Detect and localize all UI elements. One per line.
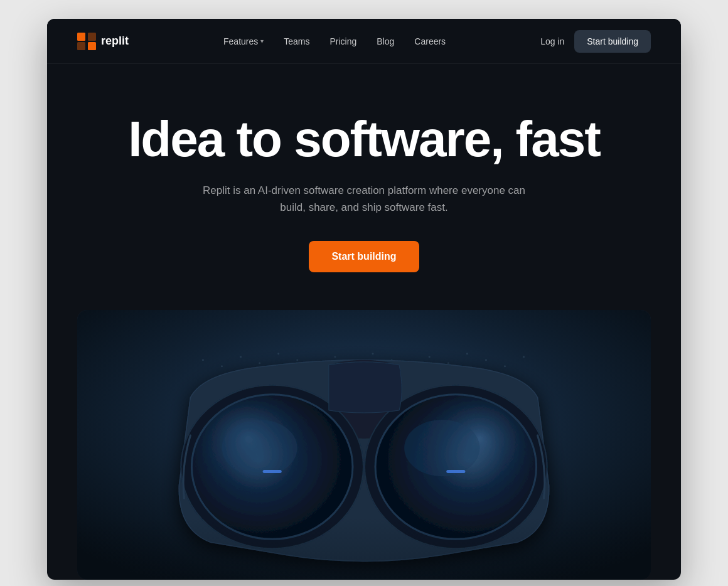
svg-point-20 xyxy=(485,360,487,361)
svg-point-6 xyxy=(221,366,223,368)
svg-rect-3 xyxy=(88,42,96,50)
nav-item-pricing[interactable]: Pricing xyxy=(330,36,357,46)
nav-item-teams[interactable]: Teams xyxy=(284,36,309,46)
svg-point-8 xyxy=(259,363,260,365)
svg-point-7 xyxy=(240,356,242,358)
navbar: replit Features ▾ Teams Pricing Blog Car… xyxy=(47,19,681,64)
svg-point-5 xyxy=(202,360,204,361)
svg-point-17 xyxy=(429,356,431,358)
hero-image xyxy=(77,310,651,580)
svg-point-9 xyxy=(277,353,279,355)
svg-point-19 xyxy=(466,353,468,355)
svg-point-10 xyxy=(296,360,298,361)
hero-subtitle: Replit is an AI-driven software creation… xyxy=(201,182,527,216)
svg-point-32 xyxy=(404,420,479,476)
svg-rect-0 xyxy=(77,33,85,41)
nav-item-blog[interactable]: Blog xyxy=(377,36,394,46)
nav-links: Features ▾ Teams Pricing Blog Careers xyxy=(223,36,446,46)
svg-point-14 xyxy=(372,353,374,355)
replit-logo-icon xyxy=(77,33,96,50)
svg-rect-34 xyxy=(446,470,465,473)
svg-rect-1 xyxy=(88,33,96,41)
nav-item-features[interactable]: Features ▾ xyxy=(223,36,264,46)
logo-text: replit xyxy=(101,35,129,48)
svg-point-18 xyxy=(447,363,449,365)
svg-rect-33 xyxy=(263,470,282,473)
chevron-down-icon: ▾ xyxy=(260,38,264,45)
hero-title: Idea to software, fast xyxy=(128,114,600,164)
login-button[interactable]: Log in xyxy=(540,36,564,46)
svg-rect-2 xyxy=(77,42,85,50)
svg-point-21 xyxy=(504,366,506,368)
svg-point-22 xyxy=(523,356,525,358)
svg-point-31 xyxy=(222,420,297,476)
logo-link[interactable]: replit xyxy=(77,33,129,50)
nav-item-careers[interactable]: Careers xyxy=(414,36,446,46)
nav-actions: Log in Start building xyxy=(540,30,651,53)
start-building-nav-button[interactable]: Start building xyxy=(574,30,651,53)
svg-point-12 xyxy=(334,356,336,358)
start-building-hero-button[interactable]: Start building xyxy=(309,241,419,272)
hero-section: Idea to software, fast Replit is an AI-d… xyxy=(47,64,681,310)
svg-rect-35 xyxy=(77,518,651,580)
